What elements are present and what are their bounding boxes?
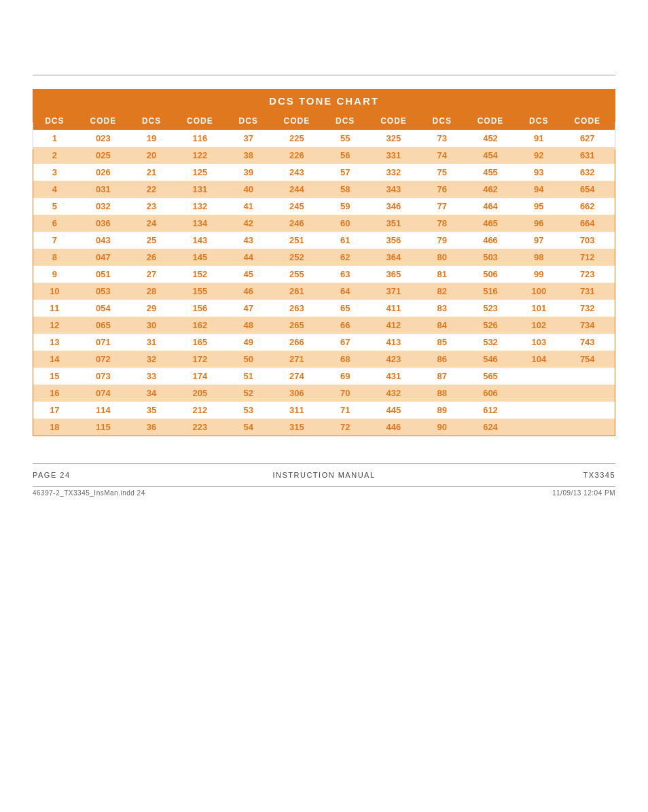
dcs-cell: 22 [130,181,173,198]
footer-model-number: TX3345 [421,471,615,479]
dcs-cell: 24 [130,215,173,232]
dcs-cell: 64 [324,283,366,300]
code-cell: 205 [173,385,227,402]
dcs-cell: 59 [324,198,366,215]
dcs-cell: 27 [130,266,173,283]
code-cell: 263 [270,300,324,317]
dcs-cell: 7 [33,232,76,249]
dcs-cell: 10 [33,283,76,300]
code-cell: 466 [463,232,518,249]
code-cell: 532 [463,334,518,351]
code-cell: 516 [463,283,518,300]
table-body: 1023191163722555325734529162720252012238… [33,130,615,436]
code-cell: 712 [560,249,615,266]
dcs-cell: 25 [130,232,173,249]
code-cell: 152 [173,266,227,283]
code-cell: 606 [463,385,518,402]
dcs-cell: 78 [421,215,463,232]
dcs-cell: 86 [421,351,463,368]
dcs-cell: 60 [324,215,366,232]
code-cell [560,385,615,402]
dcs-cell: 96 [518,215,560,232]
dcs-cell: 101 [518,300,560,317]
code-cell: 662 [560,198,615,215]
dcs-cell: 99 [518,266,560,283]
dcs-cell: 4 [33,181,76,198]
table-row: 80472614544252623648050398712 [33,249,615,266]
dcs-cell: 95 [518,198,560,215]
dcs-cell: 76 [421,181,463,198]
dcs-cell: 85 [421,334,463,351]
dcs-cell: 72 [324,419,366,436]
code-cell: 431 [366,368,420,385]
dcs-cell: 3 [33,164,76,181]
dcs-cell: 31 [130,334,173,351]
code-cell: 074 [76,385,130,402]
footer: PAGE 24 INSTRUCTION MANUAL TX3345 [33,464,615,483]
code-cell: 212 [173,402,227,419]
dcs-cell: 50 [227,351,269,368]
dcs-cell: 5 [33,198,76,215]
dcs-cell: 82 [421,283,463,300]
code-cell: 464 [463,198,518,215]
code-cell: 754 [560,351,615,368]
code-cell: 446 [366,419,420,436]
dcs-cell: 61 [324,232,366,249]
dcs-cell: 44 [227,249,269,266]
dcs-cell: 102 [518,317,560,334]
code-cell: 032 [76,198,130,215]
table-row: 1607434205523067043288606 [33,385,615,402]
dcs-cell: 93 [518,164,560,181]
code-cell: 612 [463,402,518,419]
table-row: 70432514343251613567946697703 [33,232,615,249]
code-cell: 252 [270,249,324,266]
dcs-cell: 49 [227,334,269,351]
table-row: 1711435212533117144589612 [33,402,615,419]
code-cell: 654 [560,181,615,198]
dcs-cell: 63 [324,266,366,283]
dcs-cell: 79 [421,232,463,249]
table-row: 1005328155462616437182516100731 [33,283,615,300]
code-cell: 065 [76,317,130,334]
code-cell: 172 [173,351,227,368]
code-cell: 343 [366,181,420,198]
table-row: 1407232172502716842386546104754 [33,351,615,368]
code-cell: 132 [173,198,227,215]
table-row: 90512715245255633658150699723 [33,266,615,283]
dcs-cell: 69 [324,368,366,385]
dcs-cell: 67 [324,334,366,351]
code-cell: 462 [463,181,518,198]
code-cell: 315 [270,419,324,436]
code-cell: 265 [270,317,324,334]
code-cell: 036 [76,215,130,232]
code-cell: 503 [463,249,518,266]
code-cell: 261 [270,283,324,300]
code-cell: 031 [76,181,130,198]
dcs-cell: 45 [227,266,269,283]
code-cell: 732 [560,300,615,317]
code-cell: 155 [173,283,227,300]
dcs-cell: 40 [227,181,269,198]
code-cell: 412 [366,317,420,334]
code-cell: 455 [463,164,518,181]
table-title: DCS TONE CHART [33,90,615,113]
dcs-cell: 43 [227,232,269,249]
code-cell: 423 [366,351,420,368]
dcs-cell: 21 [130,164,173,181]
dcs-cell [518,385,560,402]
dcs-cell: 52 [227,385,269,402]
code-cell: 432 [366,385,420,402]
dcs-cell: 16 [33,385,76,402]
dcs-cell [518,419,560,436]
dcs-cell: 104 [518,351,560,368]
table-row: 40312213140244583437646294654 [33,181,615,198]
code-cell: 244 [270,181,324,198]
code-cell: 411 [366,300,420,317]
dcs-cell: 62 [324,249,366,266]
code-cell: 526 [463,317,518,334]
code-cell: 624 [463,419,518,436]
code-cell: 223 [173,419,227,436]
code-cell: 332 [366,164,420,181]
top-rule [33,75,615,75]
code-cell: 266 [270,334,324,351]
